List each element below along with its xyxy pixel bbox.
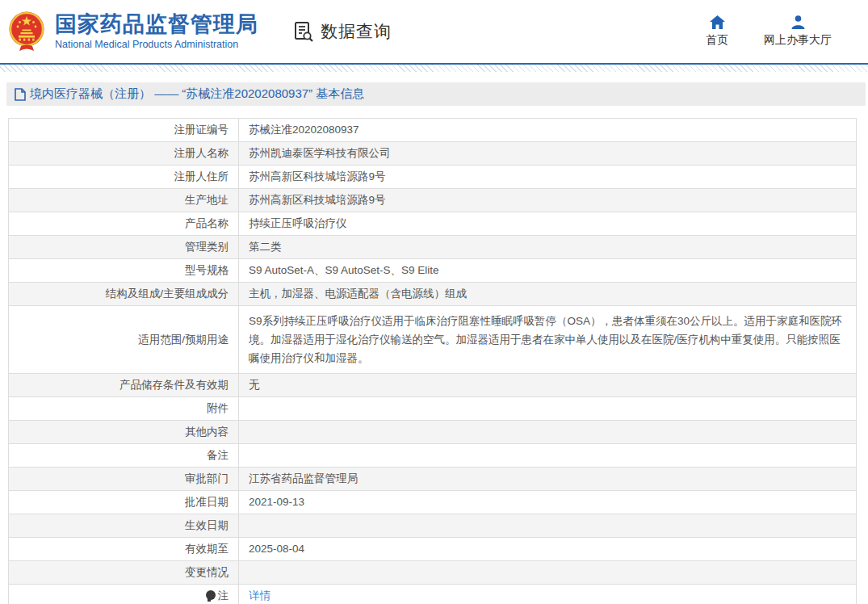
row-value: 江苏省药品监督管理局 (239, 468, 857, 491)
table-row: 注册证编号苏械注准20202080937 (9, 119, 857, 142)
row-label: 注册人住所 (9, 166, 239, 189)
row-value: 详情 (239, 585, 857, 604)
breadcrumb: 境内医疗器械（注册） —— “苏械注准20202080937” 基本信息 (6, 82, 866, 106)
row-value: 2025-08-04 (239, 538, 857, 561)
table-row: 备注 (9, 444, 857, 468)
registration-info-table: 注册证编号苏械注准20202080937注册人名称苏州凯迪泰医学科技有限公司注册… (8, 118, 857, 604)
national-emblem-icon (8, 10, 45, 52)
nav-home[interactable]: 首页 (701, 15, 733, 48)
row-value (239, 421, 857, 444)
nav-service-hall-label: 网上办事大厅 (764, 33, 832, 48)
data-query-tab[interactable]: 数据查询 (292, 20, 392, 43)
table-row: 审批部门江苏省药品监督管理局 (9, 468, 857, 491)
table-row: 产品名称持续正压呼吸治疗仪 (9, 212, 857, 236)
person-icon (791, 15, 805, 29)
hatch-stripe-band (0, 65, 868, 72)
table-row: 注册人名称苏州凯迪泰医学科技有限公司 (9, 142, 857, 166)
table-row: 变更情况 (9, 561, 857, 585)
document-icon (15, 88, 26, 101)
data-query-icon (292, 20, 315, 43)
row-label: 批准日期 (9, 491, 239, 514)
row-value: 无 (239, 374, 857, 397)
row-label: 审批部门 (9, 468, 239, 491)
row-value (239, 444, 857, 468)
nmpa-logo[interactable]: 国家药品监督管理局 National Medical Products Admi… (8, 10, 258, 52)
row-value: 第二类 (239, 236, 857, 259)
row-label: 适用范围/预期用途 (9, 306, 239, 374)
row-value: 持续正压呼吸治疗仪 (239, 212, 857, 236)
row-value: 苏州高新区科技城培源路9号 (239, 189, 857, 212)
note-bulb-icon (206, 590, 216, 600)
table-row: 注详情 (9, 585, 857, 604)
row-label: 管理类别 (9, 236, 239, 259)
row-value: 苏州凯迪泰医学科技有限公司 (239, 142, 857, 166)
table-row: 批准日期2021-09-13 (9, 491, 857, 514)
row-label: 生产地址 (9, 189, 239, 212)
org-name-zh: 国家药品监督管理局 (55, 13, 258, 37)
row-label: 其他内容 (9, 421, 239, 444)
details-link[interactable]: 详情 (249, 589, 270, 602)
row-label: 产品名称 (9, 212, 239, 236)
table-row: 结构及组成/主要组成成分主机，加湿器、电源适配器（含电源线）组成 (9, 283, 857, 306)
row-label: 产品储存条件及有效期 (9, 374, 239, 397)
table-row: 注册人住所苏州高新区科技城培源路9号 (9, 166, 857, 189)
row-label: 结构及组成/主要组成成分 (9, 283, 239, 306)
row-label: 注册证编号 (9, 119, 239, 142)
table-row: 生产地址苏州高新区科技城培源路9号 (9, 189, 857, 212)
table-row: 产品储存条件及有效期无 (9, 374, 857, 397)
table-row: 生效日期 (9, 514, 857, 538)
org-names: 国家药品监督管理局 National Medical Products Admi… (55, 13, 258, 50)
row-value: 苏械注准20202080937 (239, 119, 857, 142)
table-row: 适用范围/预期用途S9系列持续正压呼吸治疗仪适用于临床治疗阻塞性睡眠呼吸暂停（O… (9, 306, 857, 374)
table-row: 其他内容 (9, 421, 857, 444)
row-value (239, 561, 857, 585)
row-value: S9系列持续正压呼吸治疗仪适用于临床治疗阻塞性睡眠呼吸暂停（OSA），患者体重须… (239, 306, 857, 374)
home-icon (710, 15, 725, 29)
row-value: 苏州高新区科技城培源路9号 (239, 166, 857, 189)
site-header: 国家药品监督管理局 National Medical Products Admi… (0, 0, 868, 63)
row-label: 生效日期 (9, 514, 239, 538)
row-value: S9 AutoSet-A、S9 AutoSet-S、S9 Elite (239, 259, 857, 283)
row-label: 变更情况 (9, 561, 239, 585)
row-value (239, 397, 857, 421)
row-label: 型号规格 (9, 259, 239, 283)
nav-service-hall[interactable]: 网上办事大厅 (764, 15, 832, 48)
row-value (239, 514, 857, 538)
table-row: 型号规格S9 AutoSet-A、S9 AutoSet-S、S9 Elite (9, 259, 857, 283)
page-title: 境内医疗器械（注册） —— “苏械注准20202080937” 基本信息 (30, 86, 364, 102)
row-value: 主机，加湿器、电源适配器（含电源线）组成 (239, 283, 857, 306)
table-row: 有效期至2025-08-04 (9, 538, 857, 561)
row-label: 附件 (9, 397, 239, 421)
table-row: 管理类别第二类 (9, 236, 857, 259)
row-value: 2021-09-13 (239, 491, 857, 514)
nav-home-label: 首页 (706, 33, 728, 48)
row-label: 有效期至 (9, 538, 239, 561)
row-label: 备注 (9, 444, 239, 468)
data-query-label: 数据查询 (321, 20, 392, 43)
table-row: 附件 (9, 397, 857, 421)
row-label: 注册人名称 (9, 142, 239, 166)
org-name-en: National Medical Products Administration (55, 39, 258, 50)
row-label: 注 (9, 585, 239, 604)
top-nav: 首页 网上办事大厅 (701, 15, 832, 48)
